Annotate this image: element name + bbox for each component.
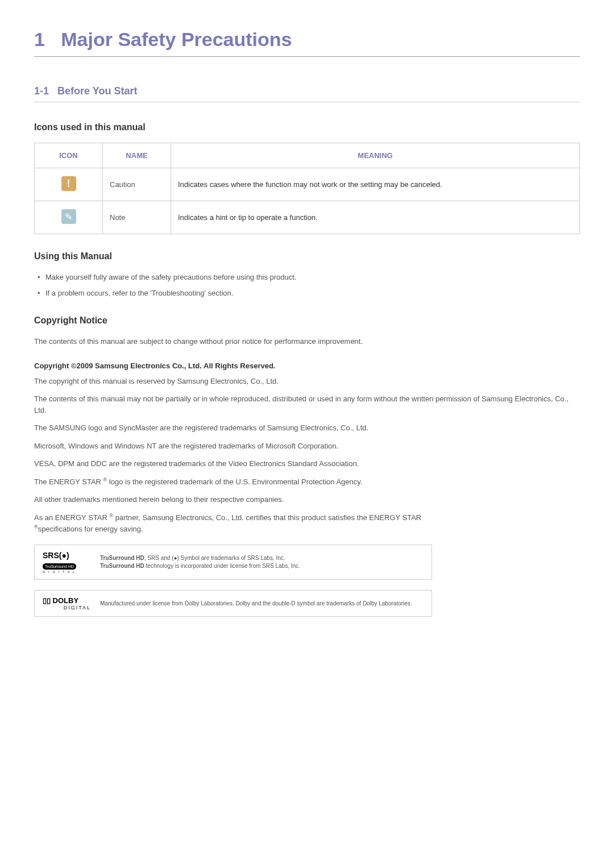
dolby-box: ▯▯ DOLBY DIGITAL Manufactured under lice…	[34, 590, 432, 617]
dolby-logo-sub: DIGITAL	[43, 605, 91, 610]
list-item: If a problem occurs, refer to the 'Troub…	[34, 288, 580, 299]
chapter-number: 1	[34, 28, 45, 50]
dolby-text: Manufactured under license from Dolby La…	[100, 600, 412, 608]
header-meaning: MEANING	[171, 143, 580, 168]
copyright-p2: The contents of this manual may not be p…	[34, 393, 580, 416]
srs-logo: SRS(●) TruSurround HD D I G I T A L	[43, 551, 91, 574]
copyright-strong: Copyright ©2009 Samsung Electronics Co.,…	[34, 362, 580, 370]
srs-logo-badge: TruSurround HD	[43, 563, 76, 570]
note-icon	[61, 209, 76, 224]
chapter-title-text: Major Safety Precautions	[61, 28, 292, 50]
copyright-heading: Copyright Notice	[34, 315, 580, 326]
dolby-logo-main: ▯▯ DOLBY	[43, 596, 91, 605]
caution-icon	[61, 176, 76, 191]
table-row: Note Indicates a hint or tip to operate …	[35, 201, 580, 234]
icon-cell-note	[35, 201, 103, 234]
using-manual-heading: Using this Manual	[34, 251, 580, 261]
section-title-text: Before You Start	[57, 85, 137, 97]
copyright-p3: The SAMSUNG logo and SyncMaster are the …	[34, 422, 580, 434]
copyright-intro: The contents of this manual are subject …	[34, 336, 580, 347]
srs-text: TruSurround HD, SRS and (●) Symbol are t…	[100, 554, 300, 570]
icons-table: ICON NAME MEANING Caution Indicates case…	[34, 143, 580, 234]
copyright-p1: The copyright of this manual is reserved…	[34, 376, 580, 387]
meaning-caution: Indicates cases where the function may n…	[171, 168, 580, 201]
srs-logo-main: SRS(●)	[43, 551, 91, 560]
icons-heading: Icons used in this manual	[34, 122, 580, 132]
chapter-title: 1 Major Safety Precautions	[34, 28, 580, 57]
list-item: Make yourself fully aware of the safety …	[34, 272, 580, 283]
copyright-p4: Microsoft, Windows and Windows NT are th…	[34, 441, 580, 452]
table-row: Caution Indicates cases where the functi…	[35, 168, 580, 201]
copyright-p5: VESA, DPM and DDC are the registered tra…	[34, 458, 580, 470]
using-manual-list: Make yourself fully aware of the safety …	[34, 272, 580, 298]
name-note: Note	[103, 201, 171, 234]
dolby-logo: ▯▯ DOLBY DIGITAL	[43, 596, 91, 610]
icon-cell-caution	[35, 168, 103, 201]
header-name: NAME	[103, 143, 171, 168]
srs-box: SRS(●) TruSurround HD D I G I T A L TruS…	[34, 545, 432, 580]
energy-star-1: The ENERGY STAR ® logo is the registered…	[34, 476, 580, 488]
srs-logo-sub: D I G I T A L	[43, 570, 91, 574]
section-title: 1-1 Before You Start	[34, 85, 580, 102]
name-caution: Caution	[103, 168, 171, 201]
header-icon: ICON	[35, 143, 103, 168]
section-number: 1-1	[34, 85, 49, 97]
other-trademarks: All other trademarks mentioned herein be…	[34, 494, 580, 505]
meaning-note: Indicates a hint or tip to operate a fun…	[171, 201, 580, 234]
energy-star-2: As an ENERGY STAR ® partner, Samsung Ele…	[34, 512, 580, 535]
